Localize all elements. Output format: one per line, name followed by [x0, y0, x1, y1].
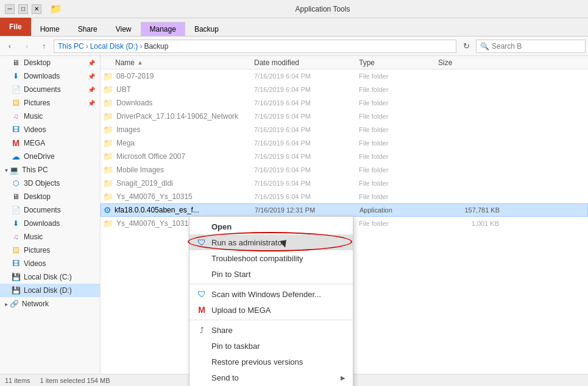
sidebar-item-music2[interactable]: ♫ Music — [0, 230, 100, 244]
header-type[interactable]: Type — [359, 58, 438, 67]
pin-icon: 📌 — [88, 73, 95, 80]
context-menu-sep1 — [190, 284, 353, 284]
table-row[interactable]: 📁Downloads 7/16/2019 6:04 PM File folder — [101, 96, 588, 110]
documents-icon: 📄 — [11, 85, 21, 94]
disk-c-icon: 💾 — [11, 272, 21, 282]
videos2-icon: 🎞 — [11, 259, 21, 268]
desktop-icon: 🖥 — [11, 58, 21, 68]
pin-taskbar-label: Pin to taskbar — [211, 342, 260, 351]
sidebar-item-mega[interactable]: M MEGA — [0, 136, 100, 150]
folder-icon: 📁 — [103, 98, 113, 108]
context-menu-troubleshoot[interactable]: Troubleshoot compatibility — [190, 250, 353, 266]
sidebar-item-pictures-pinned[interactable]: 🖼 Pictures 📌 — [0, 96, 100, 110]
sidebar-item-pictures2[interactable]: 🖼 Pictures — [0, 244, 100, 257]
sidebar-item-downloads-pinned[interactable]: ⬇ Downloads 📌 — [0, 69, 100, 83]
table-row[interactable]: 📁Ys_4M0076_Ys_10315 7/16/2019 6:04 PM Fi… — [101, 190, 588, 203]
folder-icon: 📁 — [103, 85, 113, 94]
sidebar-item-local-d[interactable]: 💾 Local Disk (D:) — [0, 284, 100, 297]
header-name[interactable]: Name ▲ — [103, 58, 249, 67]
folder-icon: 📁 — [103, 125, 113, 135]
sidebar-item-videos[interactable]: 🎞 Videos — [0, 123, 100, 136]
sidebar-item-3dobjects[interactable]: ⬡ 3D Objects — [0, 177, 100, 190]
disk-d-icon: 💾 — [11, 286, 21, 295]
3d-icon: ⬡ — [11, 178, 21, 188]
downloads-icon: ⬇ — [11, 71, 21, 81]
network-icon: 🔗 — [9, 299, 19, 309]
pin-icon: 📌 — [88, 86, 95, 93]
window-icon-close[interactable]: ✕ — [32, 4, 41, 14]
sidebar-item-onedrive[interactable]: ☁ OneDrive — [0, 150, 100, 163]
context-menu-scan-defender[interactable]: 🛡 Scan with Windows Defender... — [190, 286, 353, 302]
mega-cm-icon: M — [196, 304, 208, 316]
run-as-admin-label: Run as administrator — [211, 238, 285, 247]
table-row-selected[interactable]: ⚙kfa18.0.0.405aben_es_f... 7/16/2019 12:… — [101, 203, 588, 217]
tab-manage[interactable]: Manage — [141, 22, 185, 37]
troubleshoot-label: Troubleshoot compatibility — [211, 254, 303, 263]
breadcrumb-this-pc[interactable]: This PC — [58, 42, 84, 51]
back-button[interactable]: ‹ — [2, 39, 17, 54]
table-row[interactable]: 📁Snagit_2019_dldi 7/16/2019 6:04 PM File… — [101, 177, 588, 190]
exe-icon: ⚙ — [104, 205, 112, 215]
folder-icon: 📁 — [103, 71, 113, 81]
refresh-button[interactable]: ↻ — [459, 39, 473, 54]
sidebar-item-local-c[interactable]: 💾 Local Disk (C:) — [0, 270, 100, 284]
sidebar-item-desktop2[interactable]: 🖥 Desktop — [0, 190, 100, 203]
onedrive-icon: ☁ — [11, 152, 21, 161]
table-row[interactable]: 📁Mega 7/16/2019 6:04 PM File folder — [101, 136, 588, 150]
sidebar-item-this-pc[interactable]: ▾ 💻 This PC — [0, 163, 100, 177]
window-icon-minimize[interactable]: ─ — [5, 4, 15, 14]
sidebar-item-network[interactable]: ▸ 🔗 Network — [0, 297, 100, 311]
table-row[interactable]: 📁08-07-2019 7/16/2019 6:04 PM File folde… — [101, 69, 588, 83]
sidebar-item-documents-pinned[interactable]: 📄 Documents 📌 — [0, 83, 100, 96]
folder-icon: 📁 — [103, 178, 113, 188]
context-menu-share[interactable]: ⤴ Share — [190, 322, 353, 338]
folder-icon: 📁 — [103, 152, 113, 161]
context-menu-pin-taskbar[interactable]: Pin to taskbar — [190, 338, 353, 354]
table-row[interactable]: 📁UBT 7/16/2019 6:04 PM File folder — [101, 83, 588, 96]
sidebar-item-music[interactable]: ♫ Music — [0, 110, 100, 123]
sidebar-item-desktop-pinned[interactable]: 🖥 Desktop 📌 — [0, 56, 100, 69]
context-menu-send-to[interactable]: Send to ▶ — [190, 370, 353, 385]
tab-home[interactable]: Home — [31, 22, 69, 37]
title-bar-icons: ─ □ ✕ 📁 — [5, 3, 62, 15]
context-menu-upload-mega[interactable]: M Upload to MEGA — [190, 302, 353, 318]
forward-button[interactable]: › — [19, 39, 34, 54]
pictures2-icon: 🖼 — [11, 245, 21, 255]
window-icon-maximize[interactable]: □ — [18, 4, 28, 14]
table-row[interactable]: 📁Images 7/16/2019 6:04 PM File folder — [101, 123, 588, 136]
context-menu-run-as-admin[interactable]: 🛡 Run as administrator — [190, 234, 353, 250]
address-path[interactable]: This PC › Local Disk (D:) › Backup — [54, 40, 456, 53]
header-date[interactable]: Date modified — [249, 58, 359, 67]
tab-file[interactable]: File — [0, 18, 31, 36]
videos-icon: 🎞 — [11, 125, 21, 135]
defender-icon: 🛡 — [196, 288, 208, 300]
status-selected-info: 1 item selected 154 MB — [40, 377, 110, 384]
tab-share[interactable]: Share — [69, 22, 107, 37]
context-menu-pin-start[interactable]: Pin to Start — [190, 266, 353, 282]
search-input[interactable] — [492, 42, 581, 51]
tab-view[interactable]: View — [107, 22, 141, 37]
folder-icon: 📁 — [103, 111, 113, 121]
sidebar-item-documents2[interactable]: 📄 Documents — [0, 203, 100, 217]
table-row[interactable]: 📁Mobile Images 7/16/2019 6:04 PM File fo… — [101, 163, 588, 177]
shield-icon: 🛡 — [196, 236, 208, 248]
up-button[interactable]: ↑ — [37, 39, 51, 54]
tab-backup[interactable]: Backup — [185, 22, 228, 37]
context-menu-restore-versions[interactable]: Restore previous versions — [190, 354, 353, 370]
breadcrumb-local-disk[interactable]: Local Disk (D:) — [90, 42, 138, 51]
music-icon: ♫ — [11, 111, 21, 121]
cursor-arrow — [280, 240, 288, 248]
sidebar-item-downloads2[interactable]: ⬇ Downloads — [0, 217, 100, 230]
table-row[interactable]: 📁DriverPack_17.10.14-19062_Network 7/16/… — [101, 110, 588, 123]
sidebar-item-videos2[interactable]: 🎞 Videos — [0, 257, 100, 270]
search-box[interactable]: 🔍 — [476, 40, 586, 53]
address-bar: ‹ › ↑ This PC › Local Disk (D:) › Backup… — [0, 37, 588, 56]
ribbon-tabs: File Home Share View Manage Backup — [0, 18, 588, 37]
share-icon: ⤴ — [196, 324, 208, 336]
table-row[interactable]: 📁Microsoft Office 2007 7/16/2019 6:04 PM… — [101, 150, 588, 163]
file-header: Name ▲ Date modified Type Size — [101, 56, 588, 69]
header-size[interactable]: Size — [438, 58, 499, 67]
context-menu: Open 🛡 Run as administrator Troubleshoot… — [189, 216, 353, 386]
context-menu-open[interactable]: Open — [190, 219, 353, 234]
documents2-icon: 📄 — [11, 205, 21, 215]
